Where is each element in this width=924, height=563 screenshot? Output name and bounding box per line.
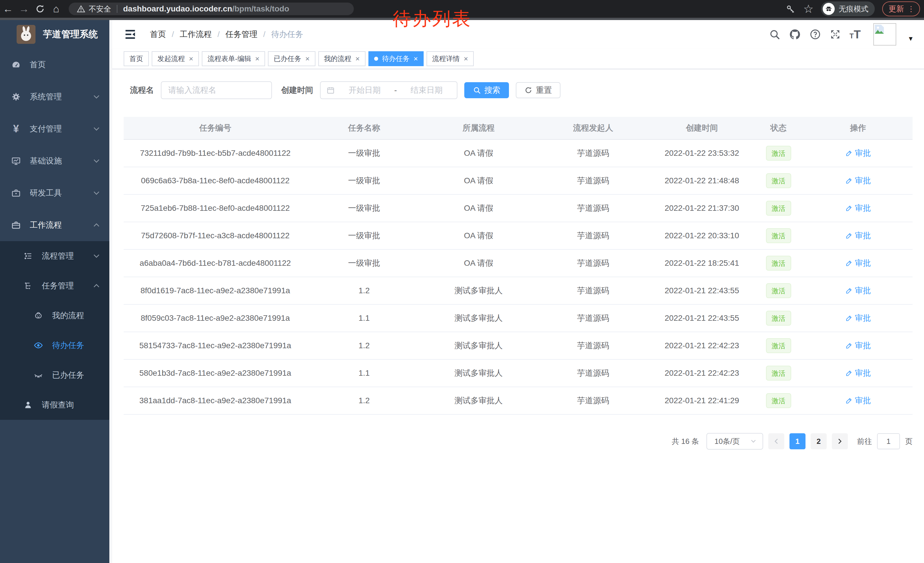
browser-menu-icon[interactable]: ⋮ — [908, 5, 915, 14]
approve-link[interactable]: 审批 — [845, 175, 871, 186]
sidebar-scrollbar[interactable] — [110, 20, 112, 563]
sidebar-item-payment[interactable]: ¥ 支付管理 — [0, 113, 110, 145]
sidebar-item-dev-tools[interactable]: 研发工具 — [0, 177, 110, 209]
security-label[interactable]: 不安全 — [89, 4, 111, 14]
approve-link[interactable]: 审批 — [845, 340, 871, 351]
active-tab-dot — [374, 57, 378, 61]
approve-link[interactable]: 审批 — [845, 285, 871, 296]
breadcrumb-separator: / — [218, 30, 220, 39]
sidebar-item-task-mgmt[interactable]: 任务管理 — [0, 271, 110, 301]
tab-home[interactable]: 首页 — [124, 51, 149, 66]
fullscreen-icon[interactable] — [830, 29, 841, 40]
approve-link[interactable]: 审批 — [845, 148, 871, 159]
cell-task-name: 1.1 — [307, 314, 422, 323]
chevron-up-icon — [93, 283, 100, 289]
approve-link[interactable]: 审批 — [845, 313, 871, 324]
sidebar-item-home[interactable]: 首页 — [0, 49, 110, 81]
tab-start-process[interactable]: 发起流程× — [152, 51, 199, 66]
sidebar-item-process-mgmt[interactable]: 流程管理 — [0, 241, 110, 271]
search-button[interactable]: 搜索 — [464, 82, 509, 98]
tab-todo-tasks[interactable]: 待办任务× — [368, 51, 424, 66]
sidebar-item-my-process[interactable]: 我的流程 — [0, 301, 110, 330]
page-button-2[interactable]: 2 — [811, 433, 826, 449]
approve-label: 审批 — [855, 285, 871, 296]
breadcrumb-task-mgmt[interactable]: 任务管理 — [225, 29, 258, 40]
cell-process: 测试多审批人 — [422, 368, 536, 378]
sidebar-collapse-icon[interactable] — [124, 28, 137, 41]
sidebar-item-infrastructure[interactable]: 基础设施 — [0, 145, 110, 177]
cell-created: 2022-01-21 22:41:29 — [650, 396, 753, 405]
sidebar-item-label: 任务管理 — [42, 280, 74, 291]
start-date-placeholder[interactable]: 开始日期 — [340, 85, 389, 96]
status-badge: 激活 — [766, 228, 791, 243]
home-icon[interactable]: ⌂ — [48, 3, 64, 15]
cell-process: OA 请假 — [422, 175, 536, 186]
bookmark-star-icon[interactable]: ☆ — [803, 2, 813, 15]
tab-close-icon[interactable]: × — [255, 54, 260, 63]
cell-process: 测试多审批人 — [422, 285, 536, 296]
cell-process: 测试多审批人 — [422, 340, 536, 351]
chevron-down-icon — [93, 158, 100, 164]
tab-close-icon[interactable]: × — [356, 54, 360, 63]
caret-down-icon[interactable]: ▾ — [909, 34, 912, 43]
search-icon[interactable] — [769, 29, 780, 40]
next-page-button[interactable] — [832, 433, 848, 449]
edit-pencil-icon — [845, 342, 853, 349]
avatar[interactable] — [873, 23, 896, 45]
font-size-icon[interactable]: TT — [850, 28, 861, 41]
end-date-placeholder[interactable]: 结束日期 — [402, 85, 451, 96]
status-badge: 激活 — [766, 283, 791, 298]
back-icon[interactable]: ← — [0, 3, 16, 15]
github-icon[interactable] — [789, 29, 801, 41]
tab-close-icon[interactable]: × — [189, 54, 193, 63]
approve-link[interactable]: 审批 — [845, 368, 871, 378]
approve-link[interactable]: 审批 — [845, 203, 871, 214]
column-header: 所属流程 — [422, 123, 536, 134]
breadcrumb-workflow[interactable]: 工作流程 — [180, 29, 212, 40]
tab-close-icon[interactable]: × — [305, 54, 309, 63]
sidebar-item-todo-tasks[interactable]: 待办任务 — [0, 330, 110, 360]
approve-link[interactable]: 审批 — [845, 230, 871, 241]
approve-link[interactable]: 审批 — [845, 258, 871, 269]
page-size-select[interactable]: 10条/页 — [706, 433, 763, 450]
forward-icon[interactable]: → — [16, 3, 32, 15]
page-button-1[interactable]: 1 — [789, 433, 806, 449]
tab-process-detail[interactable]: 流程详情× — [426, 51, 474, 66]
column-header: 创建时间 — [650, 123, 753, 134]
cell-process: OA 请假 — [422, 148, 536, 159]
tab-close-icon[interactable]: × — [414, 54, 418, 63]
table-row: 580e1b3d-7ac8-11ec-a9e2-a2380e71991a 1.1… — [124, 360, 912, 387]
table-row: 381aa1dd-7ac8-11ec-a9e2-a2380e71991a 1.2… — [124, 387, 912, 415]
sidebar-item-label: 请假查询 — [42, 399, 74, 410]
table-row: 75d72608-7b7f-11ec-a3c8-acde48001122 一级审… — [124, 222, 912, 250]
sidebar-item-leave-query[interactable]: 请假查询 — [0, 390, 110, 420]
update-button[interactable]: 更新 ⋮ — [882, 2, 920, 17]
reload-icon[interactable] — [32, 4, 48, 14]
cell-created: 2022-01-22 21:48:48 — [650, 176, 753, 185]
process-name-input[interactable] — [161, 81, 272, 99]
tab-close-icon[interactable]: × — [464, 54, 468, 63]
approve-label: 审批 — [855, 203, 871, 214]
cell-task-id: 069c6a63-7b8a-11ec-8ef0-acde48001122 — [124, 176, 307, 185]
tab-done-tasks[interactable]: 已办任务× — [268, 51, 315, 66]
tab-my-process[interactable]: 我的流程× — [318, 51, 366, 66]
status-badge: 激活 — [766, 311, 791, 326]
goto-page-input[interactable] — [877, 433, 900, 449]
help-icon[interactable] — [810, 29, 821, 40]
table-row: 58154733-7ac8-11ec-a9e2-a2380e71991a 1.2… — [124, 332, 912, 360]
key-icon[interactable] — [786, 4, 796, 14]
approve-link[interactable]: 审批 — [845, 395, 871, 406]
prev-page-button[interactable] — [768, 433, 784, 449]
sidebar-item-done-tasks[interactable]: 已办任务 — [0, 360, 110, 390]
tab-process-form-edit[interactable]: 流程表单-编辑× — [202, 51, 265, 66]
breadcrumb-home[interactable]: 首页 — [150, 29, 166, 40]
column-header: 状态 — [753, 123, 804, 134]
sidebar-item-workflow[interactable]: 工作流程 — [0, 209, 110, 241]
date-range-picker[interactable]: 开始日期 - 结束日期 — [320, 81, 458, 99]
sidebar-item-system[interactable]: 系统管理 — [0, 81, 110, 113]
reset-button[interactable]: 重置 — [516, 82, 561, 98]
url-bar[interactable]: 不安全 dashboard.yudao.iocoder.cn/bpm/task/… — [69, 3, 354, 15]
search-button-label: 搜索 — [484, 85, 500, 96]
url-domain[interactable]: dashboard.yudao.iocoder.cn — [123, 4, 232, 14]
app-logo[interactable]: 芋道管理系统 — [0, 20, 110, 49]
